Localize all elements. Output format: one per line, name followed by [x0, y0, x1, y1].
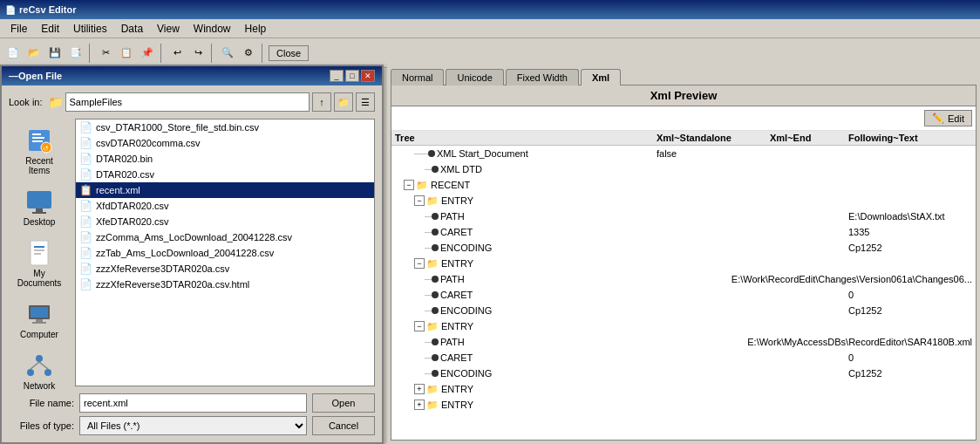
- menu-help[interactable]: Help: [238, 21, 274, 37]
- dialog-titlebar: — Open File _ □ ✕: [2, 66, 382, 68]
- menu-file[interactable]: File: [3, 21, 34, 37]
- tab-bar: Normal Unicode Fixed Width Xml: [387, 65, 980, 68]
- app-icon: 📄: [5, 5, 16, 15]
- paste-btn[interactable]: 📌: [138, 44, 157, 63]
- sep4: [262, 44, 265, 63]
- menu-window[interactable]: Window: [187, 21, 238, 37]
- menu-edit[interactable]: Edit: [34, 21, 66, 37]
- redo-btn[interactable]: ↪: [188, 44, 208, 63]
- new-btn[interactable]: 📄: [3, 44, 23, 63]
- find-btn[interactable]: 🔍: [218, 44, 237, 63]
- menu-bar: File Edit Utilities Data View Window Hel…: [0, 19, 980, 38]
- title-bar: 📄 reCsv Editor: [0, 0, 980, 19]
- sep1: [89, 44, 92, 63]
- menu-data[interactable]: Data: [114, 21, 150, 37]
- right-panel: Normal Unicode Fixed Width Xml Xml Previ…: [387, 65, 980, 68]
- toolbar: 📄 📂 💾 📑 ✂ 📋 📌 ↩ ↪ 🔍 ⚙ Close: [0, 38, 980, 68]
- menu-utilities[interactable]: Utilities: [66, 21, 114, 37]
- open-btn[interactable]: 📂: [24, 44, 44, 63]
- app-title: reCsv Editor: [19, 4, 76, 15]
- settings-btn[interactable]: ⚙: [239, 44, 258, 63]
- copy-btn[interactable]: 📋: [117, 44, 136, 63]
- open-file-dialog: — Open File _ □ ✕ Look in: 📁 SampleFiles…: [0, 65, 384, 68]
- save-as-btn[interactable]: 📑: [66, 44, 85, 63]
- save-btn[interactable]: 💾: [45, 44, 65, 63]
- sep2: [160, 44, 164, 63]
- menu-view[interactable]: View: [150, 21, 187, 37]
- cut-btn[interactable]: ✂: [96, 44, 115, 63]
- sep3: [211, 44, 214, 63]
- close-btn[interactable]: Close: [269, 45, 309, 61]
- undo-btn[interactable]: ↩: [167, 44, 187, 63]
